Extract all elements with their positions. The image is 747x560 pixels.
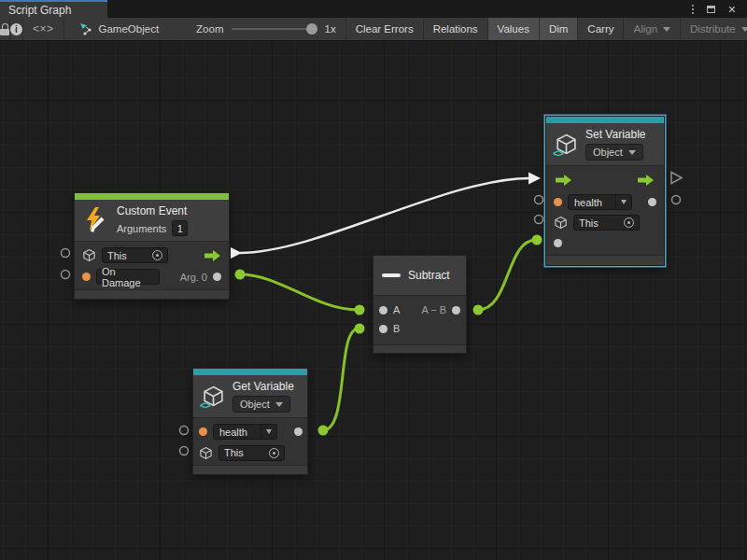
variable-icon: <> bbox=[555, 133, 578, 156]
variable-name-value: health bbox=[214, 425, 261, 439]
node-get-variable[interactable]: <> Get Variable Object health bbox=[192, 368, 308, 475]
set-variable-target-row: This bbox=[546, 213, 664, 232]
input-b-label: B bbox=[393, 323, 400, 334]
variable-scope-dropdown[interactable]: Object bbox=[585, 144, 643, 161]
port-unconnected[interactable] bbox=[180, 427, 189, 435]
result-label: A − B bbox=[421, 304, 446, 315]
target-icon[interactable] bbox=[624, 217, 634, 228]
custom-event-header[interactable]: Custom Event Arguments 1 bbox=[75, 200, 229, 242]
wire-trigger-to-set-variable[interactable] bbox=[240, 178, 529, 253]
subtract-a-row: A A − B bbox=[374, 301, 466, 319]
node-footer bbox=[75, 289, 229, 299]
event-name-field[interactable]: On Damage bbox=[96, 269, 160, 285]
set-variable-header[interactable]: <> Set Variable Object bbox=[546, 123, 664, 166]
wire-terminal-dot bbox=[473, 305, 484, 315]
node-subtract[interactable]: Subtract A A − B B bbox=[373, 255, 467, 354]
wire-getvar-to-subtract-b[interactable] bbox=[323, 329, 359, 430]
zoom-slider[interactable] bbox=[232, 23, 317, 35]
port-trigger-out[interactable] bbox=[204, 250, 221, 261]
align-dropdown[interactable]: Align bbox=[624, 18, 681, 40]
values-toggle[interactable]: Values bbox=[488, 18, 540, 40]
port-unconnected[interactable] bbox=[62, 249, 70, 258]
wire-arrowhead bbox=[529, 173, 541, 185]
clear-errors-button[interactable]: Clear Errors bbox=[346, 18, 424, 40]
graph-canvas[interactable]: Custom Event Arguments 1 This bbox=[0, 41, 747, 560]
lock-icon bbox=[0, 23, 9, 35]
variable-scope-dropdown[interactable]: Object bbox=[233, 396, 290, 413]
port-unconnected[interactable] bbox=[535, 216, 543, 224]
port-unconnected[interactable] bbox=[672, 196, 681, 204]
port-unconnected[interactable] bbox=[535, 196, 543, 204]
chevron-down-icon bbox=[663, 27, 670, 32]
zoom-control: Zoom 1x bbox=[170, 18, 346, 40]
chevron-down-icon bbox=[275, 402, 283, 407]
target-icon[interactable] bbox=[152, 250, 162, 260]
port-flow-in[interactable] bbox=[556, 175, 572, 186]
port-unconnected[interactable] bbox=[180, 447, 189, 455]
tab-script-graph[interactable]: Script Graph bbox=[0, 0, 107, 18]
node-set-variable[interactable]: <> Set Variable Object bbox=[545, 116, 665, 266]
target-field[interactable]: This bbox=[102, 247, 168, 263]
port-arg-0-out[interactable] bbox=[213, 273, 221, 281]
target-field[interactable]: This bbox=[573, 215, 640, 231]
target-field-value: This bbox=[224, 447, 265, 458]
node-custom-event[interactable]: Custom Event Arguments 1 This bbox=[74, 192, 230, 300]
node-title: Custom Event bbox=[117, 204, 188, 217]
port-a-in[interactable] bbox=[379, 306, 388, 315]
titlebar: Script Graph × bbox=[0, 0, 747, 18]
zoom-slider-handle[interactable] bbox=[306, 23, 317, 35]
tab-title: Script Graph bbox=[8, 4, 71, 17]
menu-icon[interactable] bbox=[692, 5, 694, 14]
wire-arg0-to-subtract-a[interactable] bbox=[240, 274, 358, 310]
port-value-in[interactable] bbox=[554, 239, 562, 247]
port-value-out[interactable] bbox=[294, 427, 303, 436]
custom-event-icon bbox=[83, 206, 109, 234]
chevron-down-icon bbox=[615, 195, 631, 209]
custom-event-target-row: This bbox=[75, 245, 229, 266]
window-controls: × bbox=[692, 0, 747, 18]
script-graph-window: Script Graph × i <×> GameObject bbox=[0, 0, 747, 560]
port-value-out[interactable] bbox=[648, 198, 656, 206]
lock-button[interactable] bbox=[0, 18, 10, 40]
set-variable-flow-row bbox=[546, 168, 664, 191]
port-result-out[interactable] bbox=[452, 306, 460, 315]
get-variable-name-row: health bbox=[193, 421, 307, 442]
info-button[interactable]: i bbox=[10, 18, 23, 40]
code-icon: <×> bbox=[33, 22, 54, 35]
distribute-dropdown[interactable]: Distribute bbox=[681, 18, 747, 40]
target-icon[interactable] bbox=[269, 448, 279, 458]
node-accent-bar bbox=[193, 369, 307, 375]
wire-subtract-to-setvar[interactable] bbox=[478, 240, 536, 310]
port-variable-name-in[interactable] bbox=[554, 198, 562, 206]
graph-target[interactable]: GameObject bbox=[64, 18, 171, 40]
custom-event-args-row: On Damage Arg. 0 bbox=[75, 266, 229, 287]
subtract-header[interactable]: Subtract bbox=[374, 256, 466, 296]
port-b-in[interactable] bbox=[379, 325, 388, 333]
maximize-icon[interactable] bbox=[707, 6, 715, 13]
variable-name-value: health bbox=[569, 195, 615, 209]
port-variable-name-in[interactable] bbox=[199, 427, 207, 436]
wire-start-triangle bbox=[231, 247, 242, 259]
port-event-name-in[interactable] bbox=[82, 273, 91, 281]
variable-name-dropdown[interactable]: health bbox=[213, 424, 277, 440]
dim-toggle[interactable]: Dim bbox=[540, 18, 578, 40]
carry-label: Carry bbox=[587, 23, 613, 35]
target-field[interactable]: This bbox=[218, 445, 285, 461]
port-flow-unconnected-triangle[interactable] bbox=[671, 173, 682, 184]
relations-button[interactable]: Relations bbox=[424, 18, 488, 40]
graph-target-label: GameObject bbox=[99, 23, 160, 35]
get-variable-header[interactable]: <> Get Variable Object bbox=[193, 375, 307, 418]
variable-name-dropdown[interactable]: health bbox=[568, 194, 632, 210]
distribute-label: Distribute bbox=[690, 23, 736, 35]
carry-toggle[interactable]: Carry bbox=[578, 18, 624, 40]
edit-script-button[interactable]: <×> bbox=[23, 18, 64, 40]
port-unconnected[interactable] bbox=[62, 271, 70, 279]
wire-terminal-dot bbox=[235, 270, 246, 280]
wire-terminal-dot bbox=[355, 305, 365, 315]
port-flow-out[interactable] bbox=[638, 175, 655, 186]
arguments-count-field[interactable]: 1 bbox=[172, 220, 188, 236]
close-icon[interactable]: × bbox=[728, 5, 736, 14]
zoom-label: Zoom bbox=[196, 23, 223, 35]
chevron-down-icon bbox=[628, 150, 636, 155]
input-a-label: A bbox=[393, 304, 400, 315]
